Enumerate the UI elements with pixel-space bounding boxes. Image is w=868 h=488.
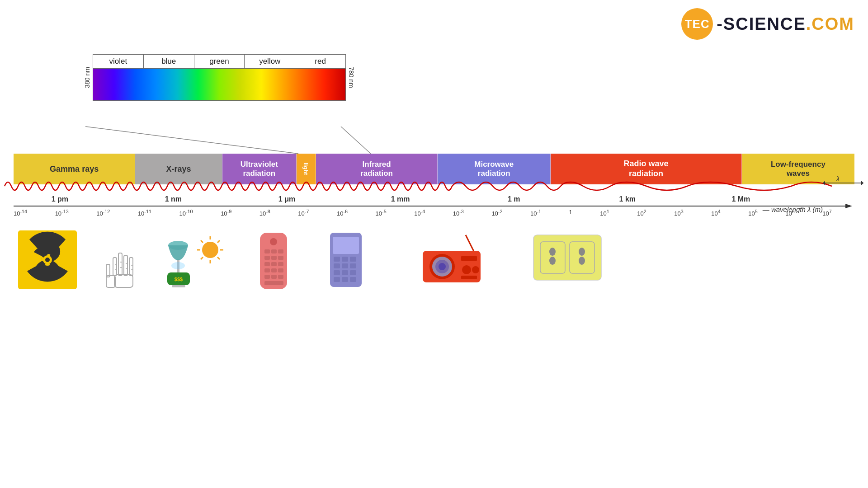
svg-line-45 <box>201 257 203 259</box>
svg-line-0 <box>85 127 298 154</box>
svg-point-16 <box>45 258 50 262</box>
scale-1nm: 1 nm <box>165 195 182 203</box>
svg-rect-70 <box>334 263 340 268</box>
scale-1pm: 1 pm <box>52 195 68 203</box>
spectrum-gradient <box>93 68 346 101</box>
exp-n3: 10-3 <box>453 209 464 217</box>
segment-radio: Radio waveradiation <box>551 154 742 184</box>
svg-point-98 <box>579 248 585 256</box>
radiation-icon <box>18 230 77 289</box>
svg-rect-76 <box>334 277 340 282</box>
nm-right-label: 780 nm <box>348 67 355 88</box>
svg-point-86 <box>441 277 443 278</box>
outlet-icon <box>531 233 604 282</box>
phone-icon <box>326 230 366 289</box>
exp-n12: 10-12 <box>96 209 110 217</box>
color-label-red: red <box>295 55 345 68</box>
exp-6: 106 <box>785 209 795 217</box>
exp-2: 102 <box>637 209 646 217</box>
svg-rect-55 <box>264 262 270 266</box>
remote-icon-container <box>253 230 294 293</box>
svg-rect-54 <box>278 256 283 260</box>
exp-5: 105 <box>748 209 758 217</box>
svg-rect-52 <box>264 256 270 260</box>
exp-n8: 10-8 <box>259 209 270 217</box>
exp-n13: 10-13 <box>55 209 69 217</box>
svg-point-91 <box>472 266 479 273</box>
radio-icon <box>420 230 484 285</box>
exp-n14: 10-14 <box>14 209 27 217</box>
exponent-row: 10-14 10-13 10-12 10-11 10-10 10-9 10-8 … <box>14 209 832 217</box>
segment-uv: Ultravioletradiation <box>222 154 297 184</box>
exp-n5: 10-5 <box>376 209 387 217</box>
segment-microwave: Microwaveradiation <box>438 154 551 184</box>
exp-n4: 10-4 <box>414 209 425 217</box>
exp-n2: 10-2 <box>491 209 502 217</box>
color-label-yellow: yellow <box>245 55 295 68</box>
outlet-icon-container <box>531 233 604 284</box>
remote-icon <box>253 230 294 291</box>
svg-point-96 <box>549 257 556 265</box>
svg-rect-74 <box>342 270 348 275</box>
svg-rect-77 <box>342 277 348 282</box>
radio-icon-container <box>420 230 484 286</box>
lamp-icon: $$$ <box>154 225 226 291</box>
phone-icon-container <box>326 230 366 291</box>
svg-rect-59 <box>271 268 277 272</box>
svg-rect-64 <box>264 281 283 285</box>
color-label-blue: blue <box>144 55 194 68</box>
svg-rect-49 <box>264 249 270 253</box>
svg-line-46 <box>217 240 220 243</box>
axis-line <box>14 206 832 206</box>
main-spectrum-bar: Gamma rays X-rays Ultravioletradiation l… <box>14 154 854 184</box>
xray-icon <box>97 230 147 289</box>
svg-point-95 <box>549 248 556 256</box>
color-label-green: green <box>194 55 245 68</box>
logo: TEC -SCIENCE.COM <box>681 8 854 40</box>
svg-rect-17 <box>113 258 117 276</box>
nm-left-label: 380 nm <box>84 67 91 88</box>
svg-point-38 <box>202 242 218 258</box>
exp-n6: 10-6 <box>337 209 348 217</box>
svg-rect-71 <box>342 263 348 268</box>
svg-point-84 <box>439 263 446 270</box>
exp-3: 103 <box>674 209 684 217</box>
exp-n1: 10-1 <box>530 209 541 217</box>
svg-rect-68 <box>342 257 348 262</box>
svg-rect-63 <box>278 275 283 279</box>
svg-line-43 <box>201 240 203 243</box>
svg-rect-33 <box>172 285 185 287</box>
svg-rect-78 <box>350 277 356 282</box>
svg-rect-18 <box>118 253 122 276</box>
svg-rect-61 <box>264 275 270 279</box>
radiation-icon-container <box>18 230 77 291</box>
svg-rect-67 <box>334 257 340 262</box>
segment-infrared: Infraredradiation <box>316 154 438 184</box>
svg-rect-92 <box>461 276 477 279</box>
lamp-icon-container: $$$ <box>154 225 226 292</box>
segment-light: light <box>297 154 316 184</box>
segment-xray: X-rays <box>135 154 222 184</box>
svg-rect-57 <box>278 262 283 266</box>
visible-spectrum-section: 380 nm violet blue green yellow red 780 … <box>84 54 355 101</box>
scale-1um: 1 μm <box>278 195 295 203</box>
svg-rect-66 <box>333 237 359 254</box>
svg-rect-62 <box>271 275 277 279</box>
svg-marker-6 <box>845 204 852 208</box>
color-label-violet: violet <box>93 55 144 68</box>
logo-text: -SCIENCE.COM <box>708 14 854 34</box>
segment-low-freq: Low-frequencywaves <box>742 154 854 184</box>
svg-rect-56 <box>271 262 277 266</box>
svg-rect-73 <box>334 270 340 275</box>
logo-circle: TEC <box>681 8 713 40</box>
segment-gamma: Gamma rays <box>14 154 135 184</box>
svg-line-44 <box>217 257 220 259</box>
exp-n11: 10-11 <box>138 209 151 217</box>
scale-1km: 1 km <box>619 195 636 203</box>
scale-1mm-large: 1 Mm <box>731 195 750 203</box>
svg-rect-20 <box>129 258 133 276</box>
svg-rect-53 <box>271 256 277 260</box>
svg-rect-72 <box>350 263 356 268</box>
scale-1m: 1 m <box>508 195 520 203</box>
exp-1: 101 <box>600 209 609 217</box>
